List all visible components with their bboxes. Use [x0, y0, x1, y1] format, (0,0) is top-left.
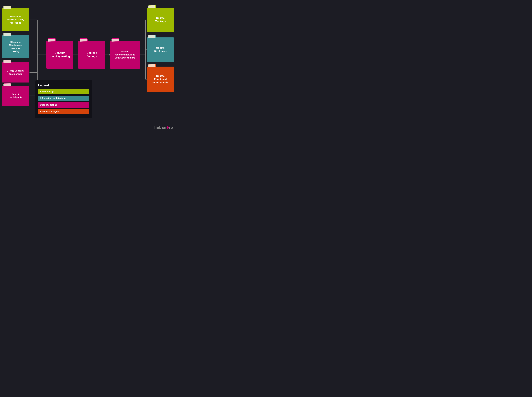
- legend-label-usability: Usability testing: [40, 104, 57, 106]
- paper-tab: [112, 38, 119, 42]
- folder-label: Conduct usability testing: [48, 50, 71, 59]
- legend-item-usability: Usability testing: [38, 102, 89, 108]
- folder-label: Review recommendations with Stakeholders: [114, 49, 136, 61]
- legend-label-visual-design: Visual design: [40, 90, 54, 93]
- folder-label: Create usability test scripts: [6, 68, 26, 77]
- paper-tab: [80, 38, 87, 42]
- paper-tab: [148, 64, 156, 67]
- folder-label: Compile findings: [85, 50, 98, 59]
- legend-item-business: Business analysis: [38, 109, 89, 114]
- folder-label: Milestone: Wireframes ready for testing: [8, 39, 23, 54]
- folder-label: Milestone: Mockups ready for testing: [6, 14, 26, 25]
- paper-tab: [3, 6, 11, 9]
- paper-tab: [148, 35, 156, 38]
- folder-milestone-wireframes: Milestone: Wireframes ready for testing: [2, 35, 29, 58]
- logo-accent: e: [166, 125, 169, 130]
- legend-item-info-arch: Information architecture: [38, 96, 89, 101]
- folder-milestone-mockups: Milestone: Mockups ready for testing: [2, 8, 29, 31]
- paper-tab: [148, 5, 156, 8]
- diagram-container: Milestone: Mockups ready for testing Mil…: [0, 0, 177, 132]
- folder-compile: Compile findings: [78, 41, 105, 69]
- paper-tab: [48, 38, 55, 42]
- legend-box: Legend: Visual design Information archit…: [35, 81, 92, 118]
- folder-update-mockups: Update Mockups: [147, 8, 174, 32]
- paper-tab: [3, 60, 11, 63]
- legend-title: Legend:: [38, 83, 89, 87]
- legend-item-visual-design: Visual design: [38, 89, 89, 94]
- folder-update-wireframes: Update Wireframes: [147, 37, 174, 62]
- habanero-logo: habanero: [154, 125, 173, 130]
- folder-review: Review recommendations with Stakeholders: [110, 41, 140, 69]
- folder-create-scripts: Create usability test scripts: [2, 62, 29, 82]
- folder-label: Recruit participants: [7, 92, 24, 100]
- paper-tab: [3, 83, 11, 86]
- folder-label: Update Wireframes: [152, 45, 169, 54]
- legend-label-business: Business analysis: [40, 110, 59, 113]
- folder-recruit: Recruit participants: [2, 86, 29, 106]
- folder-label: Update Mockups: [153, 15, 167, 24]
- folder-label: Update Functional requirements: [151, 73, 169, 85]
- folder-update-functional: Update Functional requirements: [147, 67, 174, 92]
- legend-label-info-arch: Information architecture: [40, 97, 66, 99]
- paper-tab: [3, 33, 11, 36]
- folder-conduct: Conduct usability testing: [46, 41, 73, 69]
